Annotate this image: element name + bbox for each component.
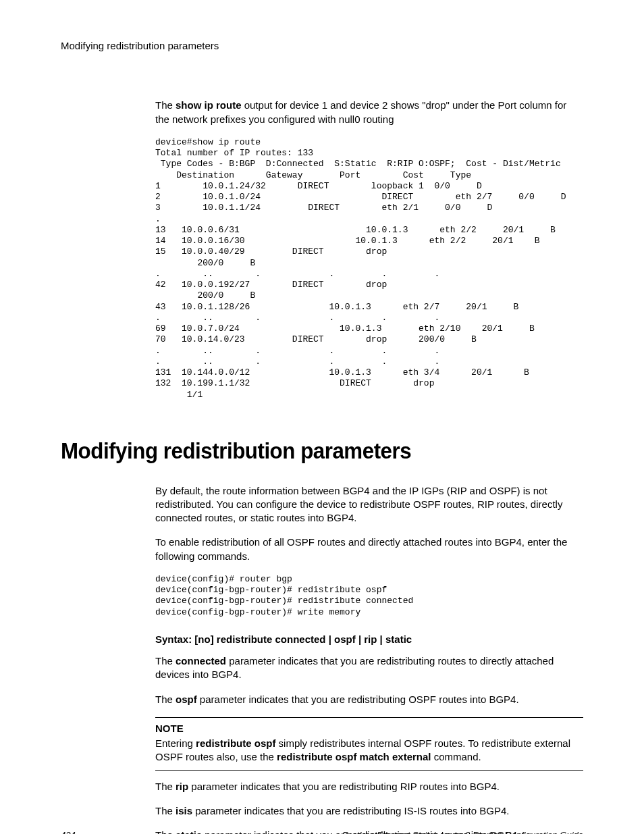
command-name: redistribute ospf match external	[277, 751, 431, 762]
keyword: connected	[176, 655, 226, 667]
text: parameter indicates that you are redistr…	[188, 781, 500, 792]
text: parameter indicates that you are redistr…	[197, 694, 519, 705]
page-number: 434	[61, 829, 76, 834]
footer-right: FastIron Ethernet Switch Layer 3 Routing…	[342, 829, 583, 834]
paragraph: The connected parameter indicates that y…	[155, 654, 583, 682]
command-name: show ip route	[176, 99, 242, 111]
code-block-config: device(config)# router bgp device(config…	[155, 574, 583, 618]
text: Entering	[155, 737, 196, 749]
text: The	[155, 694, 176, 705]
syntax-line: Syntax: [no] redistribute connected | os…	[155, 633, 583, 646]
paragraph: The rip parameter indicates that you are…	[155, 780, 583, 793]
body-column-2: By default, the route information betwee…	[155, 484, 583, 834]
note-title: NOTE	[155, 722, 583, 735]
section-heading: Modifying redistribution parameters	[61, 436, 541, 467]
body-column: The show ip route output for device 1 an…	[155, 99, 583, 400]
code-block-show-ip-route: device#show ip route Total number of IP …	[155, 137, 583, 400]
paragraph: To enable redistribution of all OSPF rou…	[155, 536, 583, 563]
keyword: isis	[176, 805, 192, 816]
page-footer: 434 FastIron Ethernet Switch Layer 3 Rou…	[61, 829, 583, 834]
keyword: ospf	[176, 694, 197, 705]
running-header: Modifying redistribution parameters	[61, 39, 583, 53]
text: The	[155, 99, 176, 111]
page: Modifying redistribution parameters The …	[0, 0, 644, 834]
paragraph: The ospf parameter indicates that you ar…	[155, 693, 583, 706]
command-name: redistribute ospf	[196, 737, 275, 749]
text: command.	[431, 751, 481, 762]
text: parameter indicates that you are redistr…	[192, 805, 509, 816]
intro-paragraph: The show ip route output for device 1 an…	[155, 99, 583, 126]
paragraph: The isis parameter indicates that you ar…	[155, 804, 583, 818]
text: The	[155, 655, 176, 667]
keyword: rip	[176, 781, 188, 792]
doc-title: FastIron Ethernet Switch Layer 3 Routing…	[342, 829, 583, 834]
paragraph: By default, the route information betwee…	[155, 484, 583, 525]
note-block: NOTE Entering redistribute ospf simply r…	[155, 717, 583, 771]
note-body: Entering redistribute ospf simply redist…	[155, 737, 583, 764]
text: The	[155, 781, 176, 792]
text: The	[155, 805, 176, 816]
